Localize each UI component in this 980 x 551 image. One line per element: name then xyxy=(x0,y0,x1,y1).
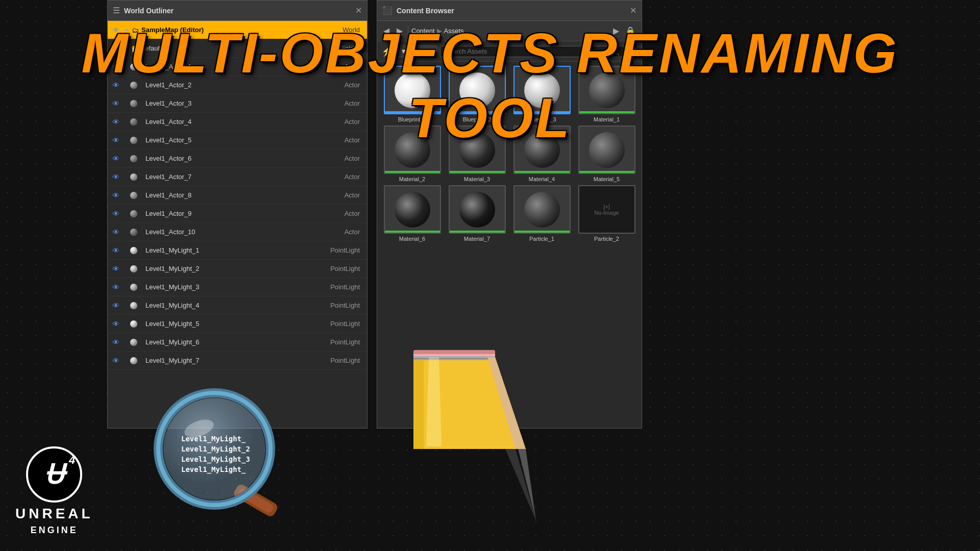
asset-name-label: Material_2 xyxy=(399,176,425,182)
row-type-label: PointLight xyxy=(288,302,365,309)
outliner-row[interactable]: 👁Level1_MyLight_2PointLight xyxy=(108,260,367,278)
asset-name-label: Blueprint_1 xyxy=(398,116,427,122)
row-eye-icon[interactable]: 👁 xyxy=(110,173,122,181)
row-eye-icon[interactable]: 👁 xyxy=(110,81,122,89)
outliner-row[interactable]: 👁▶📁defaultFolder xyxy=(108,39,367,58)
asset-item[interactable]: Material_4 xyxy=(511,126,573,182)
asset-item[interactable]: Blueprint_2 xyxy=(446,66,508,122)
row-folder-icon: 📁 xyxy=(130,44,140,53)
outliner-row[interactable]: 👁Level1_Actor_7Actor xyxy=(108,168,367,186)
cb-asset-grid: Blueprint_1Blueprint_2Blueprint_3Materia… xyxy=(377,62,642,428)
cb-forward-btn2[interactable]: ▶ xyxy=(611,25,621,37)
asset-name-label: Material_6 xyxy=(399,236,425,242)
outliner-close-button[interactable]: ✕ xyxy=(355,6,362,15)
outliner-row[interactable]: 👁Level1_MyLight_5PointLight xyxy=(108,315,367,333)
cb-close-button[interactable]: ✕ xyxy=(630,6,636,15)
asset-thumbnail xyxy=(513,126,571,174)
asset-item[interactable]: Material_2 xyxy=(381,126,443,182)
ue-circle: Ʉ 4 xyxy=(26,446,82,503)
row-type-label: PointLight xyxy=(288,320,365,328)
row-eye-icon[interactable]: 👁 xyxy=(110,99,122,108)
outliner-row[interactable]: 👁Level1_Actor_9Actor xyxy=(108,205,367,223)
row-sphere-dot xyxy=(130,118,137,126)
outliner-row[interactable]: 👁Level1_Actor_8Actor xyxy=(108,186,367,205)
row-eye-icon[interactable]: 👁 xyxy=(110,191,122,199)
cb-forward-button[interactable]: ▶ xyxy=(395,25,405,37)
asset-color-bar xyxy=(450,231,505,233)
outliner-row[interactable]: 👁Level1_Actor_5Actor xyxy=(108,131,367,149)
row-type-label: PointLight xyxy=(288,338,365,346)
content-browser-panel: ⬛ Content Browser ✕ ◀ ▶ Content ▶ Assets… xyxy=(377,0,642,429)
outliner-row[interactable]: 👁Level1_MyLight_7PointLight xyxy=(108,352,367,370)
asset-sphere xyxy=(524,72,560,108)
row-name-label: Level1_Actor_4 xyxy=(139,118,288,126)
outliner-row[interactable]: 👁Level1_Actor_10Actor xyxy=(108,223,367,241)
row-eye-icon[interactable]: 👁 xyxy=(110,265,122,273)
asset-sphere xyxy=(589,132,625,168)
row-eye-icon[interactable]: 👁 xyxy=(110,118,122,126)
cb-breadcrumb-content[interactable]: Content xyxy=(411,27,435,35)
cb-save-button[interactable]: 💾 xyxy=(627,46,638,56)
cb-lock-icon[interactable]: 🔒 xyxy=(623,25,638,37)
row-eye-icon[interactable]: 👁 xyxy=(110,283,122,291)
asset-name-label: Material_1 xyxy=(594,116,620,122)
cb-breadcrumb-assets[interactable]: Assets xyxy=(444,27,464,35)
filter-icon: ▼ xyxy=(400,47,407,55)
asset-item[interactable]: [+] No-ImageParticle_2 xyxy=(576,185,638,242)
row-name-label: Level1_MyLight_1 xyxy=(139,246,288,254)
row-sphere-dot xyxy=(130,173,137,181)
row-name-label: Level1_MyLight_5 xyxy=(139,320,288,328)
outliner-row[interactable]: 👁Level1_MyLight_4PointLight xyxy=(108,296,367,315)
cb-breadcrumb: Content ▶ Assets xyxy=(411,27,464,35)
asset-thumbnail xyxy=(384,66,441,114)
row-name-label: Level1_Actor_5 xyxy=(139,136,288,144)
row-eye-icon[interactable]: 👁 xyxy=(110,302,122,310)
asset-item[interactable]: Blueprint_1 xyxy=(381,66,443,122)
row-type-label: Actor xyxy=(288,63,365,70)
row-eye-icon[interactable]: 👁 xyxy=(110,63,122,71)
cb-back-button[interactable]: ◀ xyxy=(381,25,391,37)
row-eye-icon[interactable]: 👁 xyxy=(110,210,122,218)
row-eye-icon[interactable]: 👁 xyxy=(110,155,122,163)
cb-filters-button[interactable]: ▼ Filters ▾ xyxy=(396,45,437,57)
row-type-label: Actor xyxy=(288,81,365,89)
outliner-row[interactable]: 👁Level1_MyLight_3PointLight xyxy=(108,278,367,296)
asset-color-bar xyxy=(514,231,570,233)
asset-item[interactable]: Particle_1 xyxy=(511,185,573,242)
outliner-header-row[interactable]: 👁 ◀ 🗂 SampleMap (Editor) World xyxy=(108,21,367,39)
row-eye-icon[interactable]: 👁 xyxy=(110,44,122,53)
outliner-row[interactable]: 👁Level1_Actor_2Actor xyxy=(108,76,367,94)
asset-item[interactable]: Material_3 xyxy=(446,126,508,182)
outliner-row[interactable]: 👁Level1_Actor_6Actor xyxy=(108,149,367,168)
row-expand-icon: ▶ xyxy=(122,45,130,51)
row-eye-icon[interactable]: 👁 xyxy=(110,136,122,144)
row-name-label: Level1_Actor_7 xyxy=(139,173,288,181)
outliner-row[interactable]: 👁Level1_MyLight_1PointLight xyxy=(108,241,367,260)
asset-item[interactable]: Material_1 xyxy=(576,66,638,122)
row-type-label: PointLight xyxy=(288,246,365,254)
row-eye-icon[interactable]: 👁 xyxy=(110,357,122,365)
outliner-row[interactable]: 👁Level1_Actor_3Actor xyxy=(108,94,367,113)
asset-item[interactable]: Material_6 xyxy=(381,185,443,242)
row-eye-icon[interactable]: 👁 xyxy=(110,246,122,255)
outliner-row[interactable]: 👁Level1_Actor_1Actor xyxy=(108,58,367,76)
cb-search-input[interactable] xyxy=(445,47,608,55)
row-eye-icon[interactable]: 👁 xyxy=(110,338,122,346)
asset-item[interactable]: Material_5 xyxy=(576,126,638,182)
ue-superscript: 4 xyxy=(69,454,75,467)
asset-color-bar xyxy=(450,111,505,113)
cb-select-button[interactable]: ⚡ xyxy=(381,46,393,57)
asset-item[interactable]: Blueprint_3 xyxy=(511,66,573,122)
row-type-label: PointLight xyxy=(288,283,365,291)
row-sphere-dot xyxy=(130,357,137,364)
asset-item[interactable]: Material_7 xyxy=(446,185,508,242)
outliner-row[interactable]: 👁Level1_Actor_4Actor xyxy=(108,113,367,131)
outliner-row[interactable]: 👁Level1_MyLight_6PointLight xyxy=(108,333,367,352)
asset-name-label: Material_7 xyxy=(464,236,490,242)
row-sphere-dot xyxy=(130,229,137,236)
row-eye-icon[interactable]: 👁 xyxy=(110,228,122,236)
asset-color-bar xyxy=(514,111,570,113)
row-sphere-dot xyxy=(130,155,137,162)
asset-thumbnail xyxy=(513,66,571,114)
row-eye-icon[interactable]: 👁 xyxy=(110,320,122,328)
